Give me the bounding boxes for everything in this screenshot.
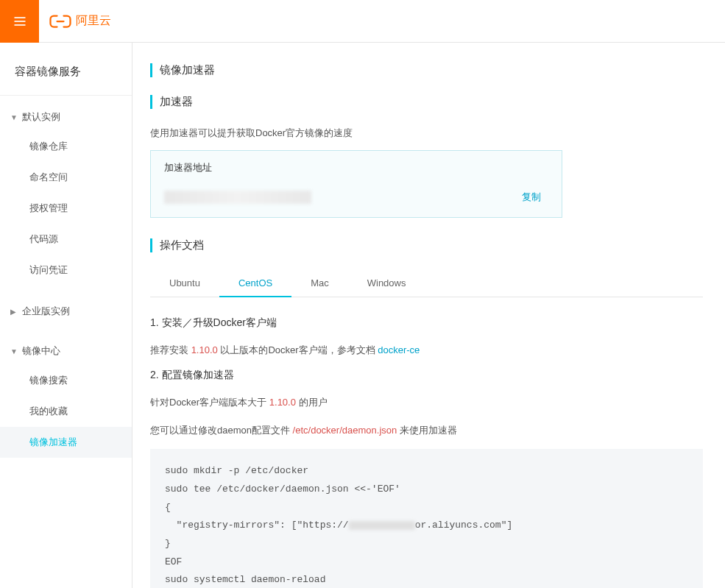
accelerator-desc: 使用加速器可以提升获取Docker官方镜像的速度 xyxy=(150,127,703,140)
chevron-right-icon: ▶ xyxy=(10,308,18,316)
logo-text: 阿里云 xyxy=(76,13,111,29)
step1-version: 1.10.0 xyxy=(191,344,218,355)
nav-group-default: ▼ 默认实例 镜像仓库 命名空间 授权管理 代码源 访问凭证 xyxy=(0,96,132,290)
nav-item-repo[interactable]: 镜像仓库 xyxy=(0,131,132,162)
nav-header-center[interactable]: ▼ 镜像中心 xyxy=(0,337,132,365)
nav-item-namespace[interactable]: 命名空间 xyxy=(0,162,132,193)
nav-header-default[interactable]: ▼ 默认实例 xyxy=(0,103,132,131)
nav-group-center: ▼ 镜像中心 镜像搜索 我的收藏 镜像加速器 xyxy=(0,330,132,462)
nav-header-label: 企业版实例 xyxy=(22,305,70,318)
docker-ce-link[interactable]: docker-ce xyxy=(378,344,420,355)
hamburger-icon xyxy=(13,14,27,29)
nav-item-accelerator[interactable]: 镜像加速器 xyxy=(0,427,132,458)
aliyun-logo-icon xyxy=(49,13,71,30)
code-block: sudo mkdir -p /etc/docker sudo tee /etc/… xyxy=(150,449,703,588)
nav-item-favorite[interactable]: 我的收藏 xyxy=(0,396,132,427)
menu-button[interactable] xyxy=(0,0,39,43)
tab-centos[interactable]: CentOS xyxy=(219,270,291,297)
nav-item-source[interactable]: 代码源 xyxy=(0,224,132,255)
step1-title: 1. 安装／升级Docker客户端 xyxy=(150,316,703,330)
step2-p2: 您可以通过修改daemon配置文件 /etc/docker/daemon.jso… xyxy=(150,422,703,439)
top-bar: 阿里云 xyxy=(0,0,725,43)
nav-header-enterprise[interactable]: ▶ 企业版实例 xyxy=(0,297,132,325)
step1-text: 推荐安装 1.10.0 以上版本的Docker客户端，参考文档 docker-c… xyxy=(150,341,703,358)
tab-ubuntu[interactable]: Ubuntu xyxy=(150,270,219,297)
nav-item-credential[interactable]: 访问凭证 xyxy=(0,255,132,286)
page-title: 镜像加速器 xyxy=(150,63,703,77)
step2-title: 2. 配置镜像加速器 xyxy=(150,369,703,382)
address-label: 加速器地址 xyxy=(151,151,562,182)
nav-header-label: 镜像中心 xyxy=(22,344,60,358)
tab-mac[interactable]: Mac xyxy=(291,270,348,297)
nav-item-auth[interactable]: 授权管理 xyxy=(0,193,132,224)
accelerator-heading: 加速器 xyxy=(150,95,703,109)
nav-group-enterprise: ▶ 企业版实例 xyxy=(0,290,132,330)
chevron-down-icon: ▼ xyxy=(10,113,18,121)
address-value xyxy=(164,191,311,204)
os-tabs: Ubuntu CentOS Mac Windows xyxy=(150,270,703,297)
nav-item-search[interactable]: 镜像搜索 xyxy=(0,365,132,396)
content: 镜像加速器 加速器 使用加速器可以提升获取Docker官方镜像的速度 加速器地址… xyxy=(132,43,725,588)
logo[interactable]: 阿里云 xyxy=(49,13,111,30)
tab-windows[interactable]: Windows xyxy=(348,270,425,297)
chevron-down-icon: ▼ xyxy=(10,347,18,355)
doc-body: 1. 安装／升级Docker客户端 推荐安装 1.10.0 以上版本的Docke… xyxy=(150,316,703,588)
nav-header-label: 默认实例 xyxy=(22,110,60,124)
service-title: 容器镜像服务 xyxy=(0,59,132,96)
redacted-host xyxy=(349,521,415,530)
step2-p1: 针对Docker客户端版本大于 1.10.0 的用户 xyxy=(150,394,703,411)
accelerator-address-box: 加速器地址 复制 xyxy=(150,150,562,218)
sidebar: 容器镜像服务 ▼ 默认实例 镜像仓库 命名空间 授权管理 代码源 访问凭证 ▶ … xyxy=(0,43,132,588)
docs-heading: 操作文档 xyxy=(150,238,703,252)
copy-link[interactable]: 复制 xyxy=(522,191,541,204)
